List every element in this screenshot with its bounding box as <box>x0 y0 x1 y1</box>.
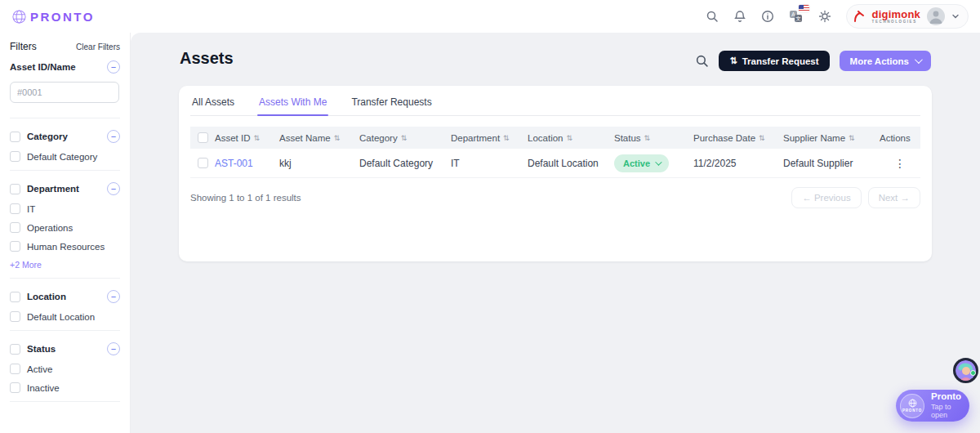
info-icon[interactable] <box>761 10 774 23</box>
option-human-resources: Human Resources <box>27 242 105 252</box>
clear-filters-button[interactable]: Clear Filters <box>76 42 120 51</box>
divider <box>10 401 120 402</box>
purchase-date-cell: 11/2/2025 <box>693 158 783 169</box>
page-actions: ⇅ Transfer Request More Actions <box>695 51 931 71</box>
sort-icon[interactable]: ⇅ <box>849 134 855 142</box>
option-default-location: Default Location <box>27 312 95 322</box>
option-operations: Operations <box>27 223 73 233</box>
sort-icon[interactable]: ⇅ <box>401 134 408 142</box>
operations-checkbox[interactable] <box>10 222 20 233</box>
status-badge[interactable]: Active <box>614 154 669 172</box>
active-checkbox[interactable] <box>10 364 20 374</box>
chevron-down-icon <box>951 12 960 20</box>
language-translate-icon[interactable]: A 文 <box>789 10 804 23</box>
sort-icon[interactable]: ⇅ <box>759 134 765 142</box>
assets-search-icon[interactable] <box>695 54 709 68</box>
asset-id-link[interactable]: AST-001 <box>215 158 279 169</box>
top-bar-actions: A 文 digimonk TECHNOLOGIES <box>706 4 969 29</box>
transfer-arrows-icon: ⇅ <box>729 56 737 66</box>
sort-icon[interactable]: ⇅ <box>566 134 572 142</box>
sort-icon[interactable]: ⇅ <box>253 134 260 142</box>
col-actions: Actions <box>880 133 920 143</box>
next-button[interactable]: Next → <box>868 187 920 208</box>
main-content: Assets ⇅ Transfer Request More Actions A… <box>131 33 980 433</box>
previous-button[interactable]: ← Previous <box>791 187 861 208</box>
search-icon[interactable] <box>706 10 719 23</box>
divider <box>10 118 120 118</box>
filters-sidebar: Filters Clear Filters Asset ID/Name − Ca… <box>0 33 131 433</box>
page-title: Assets <box>180 49 234 68</box>
department-checkbox[interactable] <box>10 184 20 194</box>
sort-icon[interactable]: ⇅ <box>644 134 651 142</box>
theme-sun-icon[interactable] <box>818 10 831 23</box>
divider <box>10 170 120 171</box>
status-checkbox[interactable] <box>10 344 20 355</box>
collapse-category-button[interactable]: − <box>107 130 120 143</box>
chevron-down-icon <box>655 158 662 165</box>
col-status[interactable]: Status⇅ <box>614 133 693 143</box>
filters-title: Filters <box>10 41 37 52</box>
account-menu[interactable]: digimonk TECHNOLOGIES <box>846 4 969 29</box>
category-cell: Default Category <box>359 158 451 169</box>
svg-text:文: 文 <box>795 16 801 21</box>
asset-id-name-input[interactable] <box>10 82 119 103</box>
pronto-fab-logo: PRONTO <box>900 394 924 418</box>
category-checkbox[interactable] <box>10 132 20 142</box>
row-checkbox[interactable] <box>198 158 208 168</box>
col-department[interactable]: Department⇅ <box>451 133 528 143</box>
option-default-category: Default Category <box>27 152 97 162</box>
globe-logo-icon <box>11 9 27 25</box>
transfer-request-button[interactable]: ⇅ Transfer Request <box>719 51 829 71</box>
row-actions-kebab-icon[interactable]: ⋮ <box>889 156 911 171</box>
default-location-checkbox[interactable] <box>10 311 20 322</box>
divider <box>10 278 120 279</box>
app-logo: PRONTO <box>11 9 95 25</box>
notifications-bell-icon[interactable] <box>733 10 746 23</box>
app-logo-text: PRONTO <box>30 10 95 24</box>
col-asset-name[interactable]: Asset Name⇅ <box>279 133 359 143</box>
collapse-asset-filter-button[interactable]: − <box>107 60 120 74</box>
pronto-chat-launcher[interactable]: PRONTO Pronto Tap to open <box>896 390 969 422</box>
col-category[interactable]: Category⇅ <box>359 133 451 143</box>
it-checkbox[interactable] <box>10 203 20 214</box>
default-category-checkbox[interactable] <box>10 151 20 162</box>
select-all-checkbox[interactable] <box>198 132 208 143</box>
status-section-label: Status <box>27 344 56 354</box>
col-location[interactable]: Location⇅ <box>528 133 614 143</box>
asset-name-cell: kkj <box>279 158 359 169</box>
department-more-link[interactable]: +2 More <box>10 260 42 270</box>
option-it: IT <box>27 204 35 214</box>
sort-icon[interactable]: ⇅ <box>334 134 341 142</box>
online-status-dot <box>970 370 976 376</box>
option-inactive: Inactive <box>27 383 60 393</box>
user-avatar[interactable] <box>927 7 945 25</box>
human-resources-checkbox[interactable] <box>10 241 20 252</box>
col-purchase-date[interactable]: Purchase Date⇅ <box>693 133 783 143</box>
col-asset-id[interactable]: Asset ID⇅ <box>215 133 279 143</box>
collapse-status-button[interactable]: − <box>107 342 120 355</box>
supplier-name-cell: Default Supplier <box>783 158 880 169</box>
tab-transfer-requests[interactable]: Transfer Requests <box>350 96 433 115</box>
top-bar: PRONTO A 文 <box>0 0 980 33</box>
location-section-label: Location <box>27 292 66 301</box>
sort-icon[interactable]: ⇅ <box>503 134 510 142</box>
digimonk-wordmark: digimonk TECHNOLOGIES <box>872 9 920 25</box>
collapse-location-button[interactable]: − <box>107 290 120 303</box>
asset-id-name-label: Asset ID/Name <box>10 62 76 72</box>
tab-all-assets[interactable]: All Assets <box>190 96 236 115</box>
department-cell: IT <box>451 158 528 169</box>
more-actions-button[interactable]: More Actions <box>840 51 931 71</box>
pagination: Showing 1 to 1 of 1 results ← Previous N… <box>190 187 920 208</box>
divider <box>10 330 120 331</box>
table-row: AST-001 kkj Default Category IT Default … <box>190 149 920 178</box>
location-checkbox[interactable] <box>10 292 20 302</box>
table-header: Asset ID⇅ Asset Name⇅ Category⇅ Departme… <box>190 127 920 149</box>
inactive-checkbox[interactable] <box>10 382 20 393</box>
assets-card: All Assets Assets With Me Transfer Reque… <box>179 86 932 261</box>
collapse-department-button[interactable]: − <box>107 182 120 195</box>
col-supplier-name[interactable]: Supplier Name⇅ <box>783 133 880 143</box>
digimonk-logo-icon <box>853 10 866 24</box>
option-active: Active <box>27 364 52 374</box>
department-section-label: Department <box>27 184 79 194</box>
tab-assets-with-me[interactable]: Assets With Me <box>257 96 328 115</box>
